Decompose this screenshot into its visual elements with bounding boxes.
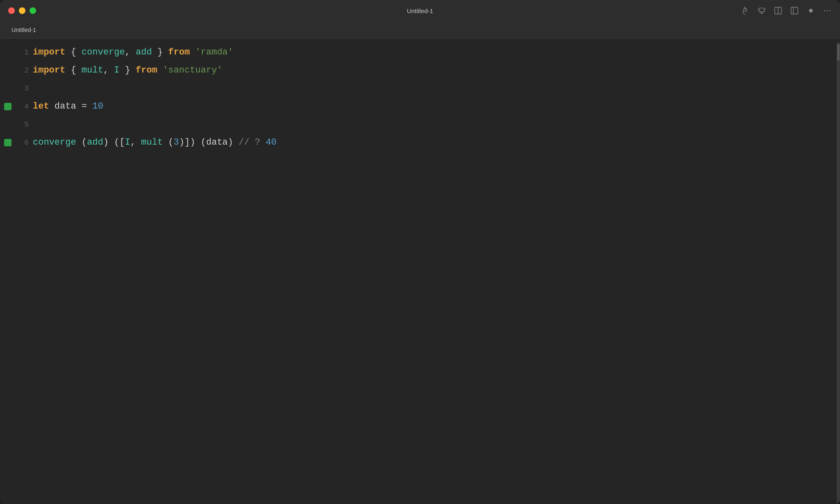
token-space (190, 48, 195, 57)
breakpoint-4[interactable] (4, 103, 11, 110)
columns-icon[interactable] (774, 6, 783, 15)
token-space-2 (158, 66, 163, 75)
token-eq: = (76, 102, 93, 111)
svg-rect-0 (759, 8, 765, 12)
flame-icon[interactable] (741, 6, 750, 15)
title-bar: Untitled-1 (0, 0, 840, 21)
line-number-5: 5 (12, 120, 29, 129)
token-p5: ) (228, 138, 238, 147)
token-add: add (136, 48, 152, 57)
scrollbar[interactable] (837, 43, 840, 504)
token-brace: } (152, 48, 168, 57)
gutter-row-4: 4 (0, 98, 33, 116)
scrollbar-thumb[interactable] (837, 44, 840, 61)
minimize-button[interactable] (19, 7, 25, 14)
token-10: 10 (92, 102, 103, 111)
token-data-var: data (55, 102, 76, 111)
token-converge: converge (82, 48, 125, 57)
token-mult: mult (82, 66, 103, 75)
code-line-6: converge ( add ) ([ I , mult ( 3 )]) ( d… (33, 134, 837, 152)
svg-point-8 (829, 10, 831, 11)
maximize-button[interactable] (30, 7, 36, 14)
token-comment: // ? (239, 138, 266, 147)
token-p4: )]) ( (179, 138, 206, 147)
token-p2: ) ([ (103, 138, 125, 147)
token-i-6: I (125, 138, 130, 147)
code-container: 1 2 3 4 5 (0, 39, 840, 504)
token-c3: , (130, 138, 141, 147)
close-button[interactable] (8, 7, 15, 14)
sidebar-icon[interactable] (790, 6, 799, 15)
line-number-2: 2 (12, 66, 29, 75)
token-add-6: add (87, 138, 103, 147)
token-from-2: from (136, 66, 158, 75)
svg-rect-3 (791, 7, 798, 14)
token-brace-2: } (119, 66, 136, 75)
code-line-5 (33, 116, 837, 134)
line-number-1: 1 (12, 48, 29, 57)
code-editor[interactable]: import { converge , add } from 'ramda' i… (33, 43, 837, 504)
tab-bar: Untitled-1 (0, 21, 840, 39)
line-number-4: 4 (12, 102, 29, 111)
app-window: Untitled-1 (0, 0, 840, 504)
token-import-2: import (33, 66, 65, 75)
token-from-1: from (168, 48, 190, 57)
token-comma: , (125, 48, 135, 57)
gutter-row-6: 6 (0, 134, 33, 152)
gutter-row-5: 5 (0, 116, 33, 134)
active-tab[interactable]: Untitled-1 (7, 25, 41, 35)
token-let: let (33, 102, 49, 111)
token-ramda: 'ramda' (195, 48, 233, 57)
token-comma-2: , (103, 66, 114, 75)
code-line-4: let data = 10 (33, 98, 837, 116)
toolbar-right (741, 6, 832, 15)
line-number-6: 6 (12, 138, 29, 147)
code-line-2: import { mult , I } from 'sanctuary' (33, 61, 837, 79)
broadcast-icon[interactable] (757, 6, 766, 15)
breakpoint-6[interactable] (4, 139, 11, 146)
token-punct-2: { (65, 66, 82, 75)
traffic-lights (8, 7, 36, 14)
editor-area: 1 2 3 4 5 (0, 39, 840, 504)
token-3: 3 (173, 138, 179, 147)
line-number-3: 3 (12, 84, 29, 93)
token-mult-6: mult (141, 138, 163, 147)
gutter-row-3: 3 (0, 79, 33, 98)
code-line-3 (33, 79, 837, 98)
gutter-row-1: 1 (0, 43, 33, 61)
gutter-row-2: 2 (0, 61, 33, 79)
token-import-1: import (33, 48, 65, 57)
more-icon[interactable] (823, 6, 832, 15)
code-line-1: import { converge , add } from 'ramda' (33, 43, 837, 61)
token-i: I (114, 66, 119, 75)
token-data-6: data (206, 138, 228, 147)
svg-point-5 (809, 9, 813, 12)
token-p3: ( (163, 138, 173, 147)
gutter: 1 2 3 4 5 (0, 43, 33, 504)
token-sanctuary: 'sanctuary' (163, 66, 222, 75)
token-space-3 (49, 102, 55, 111)
token-converge-6: converge (33, 138, 76, 147)
token-p1: ( (76, 138, 87, 147)
svg-point-6 (824, 10, 825, 11)
token-punct: { (65, 48, 82, 57)
window-title: Untitled-1 (407, 7, 433, 14)
token-comment-val: 40 (266, 138, 276, 147)
svg-point-7 (827, 10, 828, 11)
status-indicator (806, 6, 815, 15)
